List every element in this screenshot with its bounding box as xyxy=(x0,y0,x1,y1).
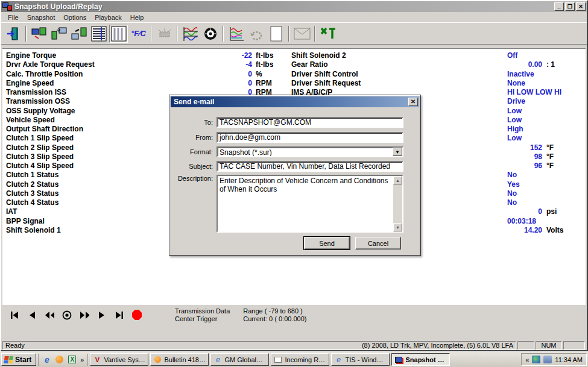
playback-current: Current: 0 ( 0:00.000) xyxy=(243,315,306,323)
description-field[interactable]: Enter Description of Vehicle Concern and… xyxy=(218,176,393,231)
window-icon xyxy=(274,356,282,363)
scroll-up-icon[interactable]: ▲ xyxy=(393,176,402,184)
device-to-pc-icon[interactable] xyxy=(49,25,68,43)
param-value: Low xyxy=(502,134,542,143)
start-button[interactable]: Start xyxy=(1,353,36,366)
from-field[interactable] xyxy=(217,132,403,143)
taskbar: Start e X » VVantive System -...Bulletin… xyxy=(0,351,588,367)
param-value: None xyxy=(502,79,542,88)
param-unit: °F xyxy=(542,143,586,152)
network-globe-icon[interactable] xyxy=(532,356,540,363)
taskbar-task-gm-globalconnec[interactable]: eGM GlobalConnec... xyxy=(210,353,269,366)
cancel-button[interactable]: Cancel xyxy=(355,237,401,249)
close-button[interactable]: ✕ xyxy=(576,2,586,11)
colored-graph-icon[interactable] xyxy=(227,25,245,43)
ball-icon xyxy=(153,356,162,363)
taskbar-task-incoming-reques[interactable]: Incoming Reques... xyxy=(271,353,329,366)
param-unit: RPM xyxy=(252,79,288,88)
stop-record-icon[interactable] xyxy=(132,310,142,320)
taskbar-task-tis-windows-in[interactable]: eTIS - Windows In... xyxy=(331,353,390,366)
param-value: High xyxy=(502,125,542,134)
restore-button[interactable]: ❐ xyxy=(565,2,575,11)
skip-to-end-icon[interactable] xyxy=(115,310,124,320)
orange-ball-icon[interactable] xyxy=(55,355,64,364)
status-panel-blank xyxy=(517,341,534,350)
skip-to-start-icon[interactable] xyxy=(10,310,19,320)
taskbar-task-bulletin-41864-in[interactable]: Bulletin 41864 in ... xyxy=(150,353,209,366)
quick-launch-overflow-icon[interactable]: » xyxy=(80,356,84,363)
taskbar-task-vantive-system[interactable]: VVantive System -... xyxy=(90,353,148,366)
dialog-close-icon[interactable]: ✕ xyxy=(408,98,418,106)
fast-forward-icon[interactable] xyxy=(80,310,89,320)
format-dropdown[interactable]: Snapshot (*.sur) ▼ xyxy=(217,146,403,157)
excel-icon[interactable]: X xyxy=(68,355,77,364)
device-tray-icon[interactable] xyxy=(543,356,552,363)
minimize-button[interactable]: _ xyxy=(554,2,564,11)
fahrenheit-celsius-toggle-icon[interactable]: °F∕C xyxy=(129,25,148,43)
tools-icon[interactable] xyxy=(318,25,337,43)
dialog-title-bar[interactable]: Send e-mail ✕ xyxy=(171,96,419,107)
pc-to-device-icon[interactable] xyxy=(69,25,88,43)
param-label: Driver Shift Request xyxy=(288,79,502,88)
scroll-down-icon[interactable]: ▼ xyxy=(393,223,402,231)
subject-field[interactable] xyxy=(217,161,403,172)
status-bar: Ready (8) 2008, LD Trk, MPV, Incomplete,… xyxy=(2,340,586,350)
param-unit xyxy=(542,134,586,143)
param-value: -22 xyxy=(198,51,252,60)
step-back-icon[interactable] xyxy=(27,310,37,320)
gauge-icon[interactable] xyxy=(201,25,220,43)
menu-snapshot[interactable]: Snapshot xyxy=(23,13,59,22)
upload-from-vehicle-icon[interactable] xyxy=(30,25,48,43)
exit-icon[interactable] xyxy=(4,25,22,43)
taskbar-task-snapshot-uplo[interactable]: Snapshot Uplo... xyxy=(391,353,450,366)
line-graph-icon[interactable] xyxy=(181,25,200,43)
menu-help[interactable]: Help xyxy=(126,13,148,22)
menu-file[interactable]: File xyxy=(4,13,23,22)
param-unit: psi xyxy=(542,207,586,216)
param-unit: Volts xyxy=(542,226,586,235)
tray-overflow-icon[interactable]: « xyxy=(525,356,529,363)
taskbar-clock: 11:34 AM xyxy=(555,356,583,363)
param-value: HI LOW LOW HI xyxy=(502,88,542,97)
start-label: Start xyxy=(15,356,31,364)
desktop: Snapshot Upload/Replay _ ❐ ✕ File Snapsh… xyxy=(0,0,588,367)
rewind-icon[interactable] xyxy=(45,310,54,320)
send-email-icon[interactable] xyxy=(292,25,311,43)
param-value: Drive xyxy=(502,97,542,106)
to-field[interactable] xyxy=(217,117,403,128)
param-unit: ft-lbs xyxy=(252,51,288,60)
blank-page-icon[interactable] xyxy=(267,25,285,43)
param-unit: °F xyxy=(542,162,586,171)
record-circle-icon[interactable] xyxy=(62,310,72,320)
row-list-view-icon[interactable] xyxy=(89,25,108,43)
internet-explorer-icon[interactable]: e xyxy=(42,355,51,364)
param-unit xyxy=(542,88,586,97)
param-label: Driver Shift Control xyxy=(288,70,502,79)
menu-options[interactable]: Options xyxy=(59,13,90,22)
task-label: Vantive System -... xyxy=(104,356,145,363)
vantive-icon: V xyxy=(93,356,101,363)
toolbar-separator xyxy=(25,26,27,42)
data-row: Calc. Throttle Position0%Driver Shift Co… xyxy=(2,70,586,79)
data-row: Engine Speed0RPMDriver Shift RequestNone xyxy=(2,79,586,88)
param-value: No xyxy=(502,171,542,180)
toolbar-separator xyxy=(177,26,178,42)
flash-disabled-icon xyxy=(155,25,174,43)
description-scrollbar[interactable]: ▲ ▼ xyxy=(393,176,402,231)
playback-controls xyxy=(10,310,142,320)
param-label: Gear Ratio xyxy=(288,60,502,69)
toolbar: °F∕C xyxy=(1,22,587,45)
param-label: Drvr Axle Torque Request xyxy=(2,60,198,69)
chevron-down-icon[interactable]: ▼ xyxy=(393,148,402,156)
param-value: No xyxy=(502,198,542,207)
task-label: Snapshot Uplo... xyxy=(405,356,447,363)
menu-playback[interactable]: Playback xyxy=(90,13,126,22)
param-value: 0 xyxy=(198,70,252,79)
param-unit xyxy=(542,180,586,189)
step-forward-icon[interactable] xyxy=(97,310,107,320)
column-view-icon[interactable] xyxy=(109,25,128,43)
send-button[interactable]: Send xyxy=(304,237,350,249)
param-unit xyxy=(542,116,586,125)
toolbar-separator xyxy=(314,26,315,42)
status-num-lock: NUM xyxy=(541,342,556,349)
